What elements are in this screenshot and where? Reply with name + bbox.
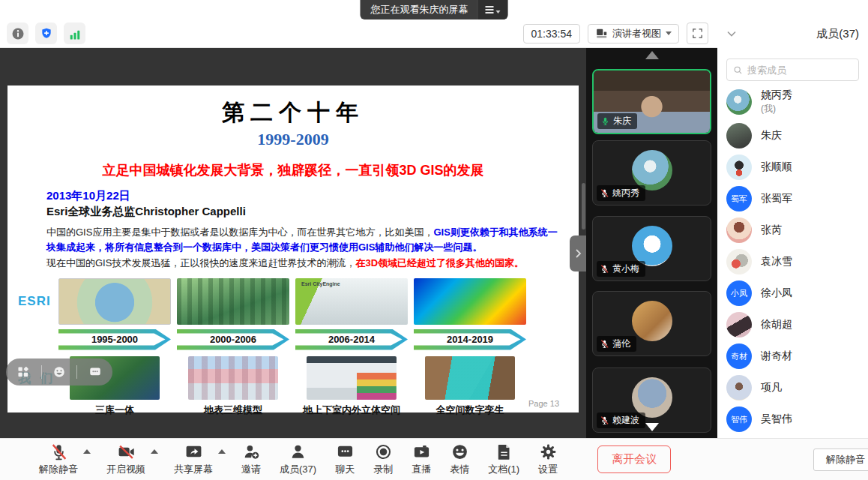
view-mode-label: 演讲者视图 bbox=[612, 27, 661, 40]
avatar: 小凤 bbox=[726, 280, 752, 306]
member-list-panel: 姚丙秀 (我) 朱庆 张顺顺 蜀军 张蜀军 张芮 袁冰雪 小凤 徐小凤 bbox=[717, 48, 868, 438]
member-row[interactable]: 姚丙秀 (我) bbox=[717, 84, 868, 120]
chat-button[interactable]: 聊天 bbox=[335, 442, 355, 476]
view-mode-dropdown[interactable]: 演讲者视图 bbox=[588, 24, 679, 44]
member-search-input[interactable] bbox=[747, 64, 845, 76]
slide-subtitle: 1999-2009 bbox=[7, 130, 579, 149]
stage-scrollbar[interactable] bbox=[582, 183, 585, 230]
mute-toggle-button[interactable]: 解除静音 bbox=[39, 442, 78, 476]
mic-muted-icon bbox=[600, 264, 609, 274]
mic-on-icon bbox=[600, 116, 610, 126]
participant-name: 朱庆 bbox=[613, 115, 631, 128]
work-image-4 bbox=[425, 356, 515, 400]
member-panel-footer: 解除静音 bbox=[717, 438, 868, 480]
unmute-all-button[interactable]: 解除静音 bbox=[813, 448, 868, 471]
timeline-arrow: 1995-2000 bbox=[58, 329, 171, 350]
leave-meeting-button[interactable]: 离开会议 bbox=[597, 446, 671, 473]
avatar bbox=[632, 226, 672, 266]
shield-icon bbox=[39, 26, 54, 41]
video-tile-huangxiaomei[interactable]: 黄小梅 bbox=[592, 216, 711, 281]
video-tile-pulun[interactable]: 蒲伦 bbox=[592, 291, 711, 356]
avatar bbox=[726, 154, 752, 180]
avatar bbox=[632, 150, 672, 190]
network-quality-button[interactable] bbox=[64, 22, 85, 44]
member-row[interactable]: 朱庆 bbox=[717, 120, 868, 152]
scroll-down-arrow[interactable] bbox=[645, 423, 659, 431]
timeline-image-3: Esri CityEngine bbox=[295, 278, 408, 325]
document-icon bbox=[495, 442, 513, 461]
work-item-4: 全空间数字孪生 bbox=[414, 356, 526, 417]
slide-speaker: Esri全球业务总监Christopher Cappelli bbox=[46, 205, 579, 219]
member-row[interactable]: 张芮 bbox=[717, 214, 868, 246]
scroll-up-arrow[interactable] bbox=[645, 51, 659, 59]
settings-button[interactable]: 设置 bbox=[538, 442, 558, 476]
member-row[interactable]: 蜀军 张蜀军 bbox=[717, 183, 868, 214]
security-button[interactable] bbox=[35, 22, 57, 44]
chat-bubble-icon[interactable] bbox=[88, 365, 102, 379]
member-row[interactable]: 徐胡超 bbox=[717, 309, 868, 340]
meeting-info-button[interactable] bbox=[7, 22, 28, 44]
collapse-panel-chevron-icon[interactable] bbox=[726, 30, 737, 38]
live-tv-icon bbox=[412, 442, 431, 461]
cityengine-label: Esri CityEngine bbox=[301, 281, 340, 286]
chat-bubble-icon bbox=[336, 442, 355, 461]
top-toolbar: 01:33:54 演讲者视图 bbox=[0, 20, 717, 48]
member-row[interactable]: 项凡 bbox=[717, 372, 868, 404]
member-row[interactable]: 小凤 徐小凤 bbox=[717, 278, 868, 309]
timeline-image-2 bbox=[177, 278, 289, 325]
hamburger-icon bbox=[486, 6, 494, 14]
camera-options-caret[interactable] bbox=[151, 449, 158, 454]
fullscreen-button[interactable] bbox=[687, 22, 708, 44]
smiley-icon[interactable] bbox=[52, 365, 66, 379]
video-toggle-button[interactable]: 开启视频 bbox=[106, 442, 145, 476]
live-stream-button[interactable]: 直播 bbox=[412, 442, 431, 476]
screen-watch-text: 您正在观看朱庆的屏幕 bbox=[361, 3, 477, 16]
mic-options-caret[interactable] bbox=[83, 449, 91, 454]
avatar bbox=[632, 377, 672, 418]
invite-button[interactable]: 邀请 bbox=[241, 442, 261, 476]
timeline-image-4 bbox=[414, 278, 526, 325]
record-button[interactable]: 录制 bbox=[373, 442, 393, 476]
info-icon bbox=[10, 26, 25, 41]
avatar bbox=[726, 249, 752, 274]
mic-muted-icon bbox=[600, 416, 609, 425]
esri-timeline-row: ESRI Esri CityEngine bbox=[7, 278, 579, 325]
video-panel-collapse-tab[interactable] bbox=[570, 236, 586, 272]
camera-off-icon bbox=[117, 442, 136, 461]
work-item-2: 地表三维模型 bbox=[177, 356, 289, 417]
share-options-caret[interactable] bbox=[218, 449, 226, 454]
signal-bars-icon bbox=[67, 26, 82, 41]
fullscreen-icon bbox=[691, 27, 704, 40]
share-screen-button[interactable]: 共享屏幕 bbox=[174, 442, 213, 476]
video-tile-zhuqing[interactable]: 朱庆 bbox=[592, 69, 711, 134]
member-row[interactable]: 袁冰雪 bbox=[717, 246, 868, 278]
mic-muted-icon bbox=[49, 442, 68, 461]
speaker-view-icon bbox=[595, 27, 608, 40]
timeline-arrows: 1995-2000 2000-2006 2006-2014 2014-2019 bbox=[7, 329, 579, 350]
avatar: 智伟 bbox=[726, 406, 752, 432]
member-panel-title: 成员(37) bbox=[816, 27, 859, 41]
meeting-window: 您正在观看朱庆的屏幕 01:33:54 bbox=[0, 0, 868, 480]
video-tile-yaobingxiu[interactable]: 姚丙秀 bbox=[592, 140, 711, 206]
layout-grid-icon[interactable] bbox=[16, 365, 30, 379]
documents-button[interactable]: 文档(1) bbox=[488, 442, 519, 476]
reactions-button[interactable]: 表情 bbox=[450, 442, 469, 476]
avatar: 蜀军 bbox=[726, 186, 752, 212]
member-row[interactable]: 张顺顺 bbox=[717, 152, 868, 183]
member-search-box[interactable] bbox=[726, 58, 859, 81]
divider bbox=[41, 365, 42, 379]
avatar bbox=[726, 89, 752, 115]
meeting-timer: 01:33:54 bbox=[523, 24, 581, 44]
screen-watch-menu-button[interactable] bbox=[477, 0, 508, 20]
smiley-icon bbox=[450, 442, 469, 461]
member-row[interactable]: 奇材 谢奇材 bbox=[717, 340, 868, 372]
me-suffix: (我) bbox=[761, 103, 792, 116]
chevron-right-icon bbox=[574, 248, 582, 259]
member-row[interactable]: 智伟 吴智伟 bbox=[717, 404, 868, 435]
mic-muted-icon bbox=[600, 188, 609, 198]
members-button[interactable]: 成员(37) bbox=[280, 442, 316, 476]
avatar bbox=[726, 123, 752, 148]
screen-watch-pill: 您正在观看朱庆的屏幕 bbox=[361, 0, 508, 20]
slide-paragraph-1: 中国的GIS应用主要是集中于数据或者是以数据库为中心，而在世界其它地方，比如美国… bbox=[46, 225, 562, 254]
divider bbox=[76, 365, 77, 379]
